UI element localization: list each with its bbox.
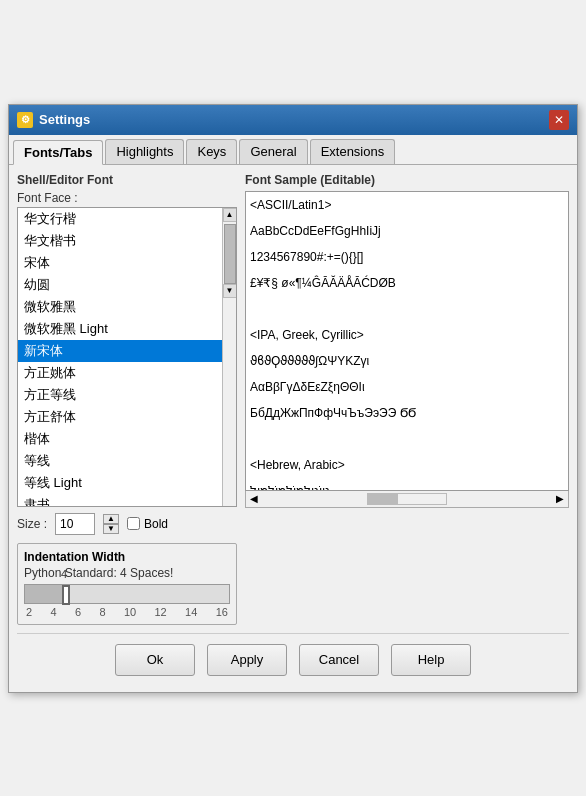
font-list-container[interactable]: 华文行楷华文楷书宋体幼圆微软雅黑微软雅黑 Light新宋体方正姚体方正等线方正舒… <box>17 207 237 507</box>
slider-tick: 2 <box>26 606 32 618</box>
close-button[interactable]: ✕ <box>549 110 569 130</box>
font-list-item[interactable]: 华文楷书 <box>18 230 236 252</box>
font-list-item[interactable]: 新宋体 <box>18 340 236 362</box>
indentation-section: Indentation Width Python Standard: 4 Spa… <box>17 543 237 625</box>
sample-scrollbar: ◀ ▶ <box>245 491 569 508</box>
sample-text-line: БбДдЖжПпФфЧчЪъЭэЭЭ ϬϬ <box>250 404 564 422</box>
tab-bar: Fonts/Tabs Highlights Keys General Exten… <box>9 135 577 165</box>
help-button[interactable]: Help <box>391 644 471 676</box>
font-list-item[interactable]: 等线 <box>18 450 236 472</box>
size-input[interactable] <box>55 513 95 535</box>
tab-extensions[interactable]: Extensions <box>310 139 396 164</box>
sample-text-line: <ASCII/Latin1> <box>250 196 564 214</box>
sample-text-line: ϑϐϑϘϑϑϑϑϑ∫ΩΨΥΚΖγι <box>250 352 564 370</box>
sample-text-line: <Hebrew, Arabic> <box>250 456 564 474</box>
tab-fonts-tabs[interactable]: Fonts/Tabs <box>13 140 103 165</box>
slider-tick: 8 <box>99 606 105 618</box>
scroll-left-btn[interactable]: ◀ <box>250 493 258 504</box>
bold-checkbox[interactable] <box>127 517 140 530</box>
scroll-thumb[interactable] <box>224 224 236 284</box>
settings-window: ⚙ Settings ✕ Fonts/Tabs Highlights Keys … <box>8 104 578 693</box>
size-decrement-button[interactable]: ▼ <box>103 524 119 534</box>
slider-thumb[interactable] <box>62 585 70 605</box>
slider-ticks: 246810121416 <box>24 606 230 618</box>
bold-checkbox-row: Bold <box>127 517 168 531</box>
sample-text-line <box>250 430 564 448</box>
tab-keys[interactable]: Keys <box>186 139 237 164</box>
font-list-item[interactable]: 楷体 <box>18 428 236 450</box>
cancel-button[interactable]: Cancel <box>299 644 379 676</box>
apply-button[interactable]: Apply <box>207 644 287 676</box>
slider-tick: 12 <box>154 606 166 618</box>
bold-label: Bold <box>144 517 168 531</box>
size-increment-button[interactable]: ▲ <box>103 514 119 524</box>
font-face-label: Font Face : <box>17 191 237 205</box>
size-spinners: ▲ ▼ <box>103 514 119 534</box>
font-list-scrollbar[interactable]: ▲ ▼ <box>222 208 236 506</box>
sample-text-line: נוּוֹנוּלֹמוֹלֹמוֹלֹמוּלֹ <box>250 482 564 491</box>
panels-container: Shell/Editor Font Font Face : 华文行楷华文楷书宋体… <box>17 173 569 625</box>
scroll-up-button[interactable]: ▲ <box>223 208 237 222</box>
sample-text-line: 1234567890#:+=(){}[] <box>250 248 564 266</box>
sample-text-line: ΑαΒβΓγΔδΕεΖξηΘΘΙι <box>250 378 564 396</box>
font-list-item[interactable]: 宋体 <box>18 252 236 274</box>
font-list-item[interactable]: 微软雅黑 <box>18 296 236 318</box>
slider-tick: 10 <box>124 606 136 618</box>
slider-container: 4 <box>24 584 230 604</box>
slider-tick: 16 <box>216 606 228 618</box>
sample-text-line <box>250 300 564 318</box>
sample-text-line: £¥₹§ ø«¶¼ĜĀĂÄÅĀĆDØB <box>250 274 564 292</box>
font-list: 华文行楷华文楷书宋体幼圆微软雅黑微软雅黑 Light新宋体方正姚体方正等线方正舒… <box>18 208 236 507</box>
slider-track[interactable] <box>24 584 230 604</box>
font-list-item[interactable]: 方正姚体 <box>18 362 236 384</box>
scroll-right-btn[interactable]: ▶ <box>556 493 564 504</box>
indentation-title: Indentation Width <box>24 550 230 564</box>
tab-general[interactable]: General <box>239 139 307 164</box>
scroll-down-button[interactable]: ▼ <box>223 284 237 298</box>
slider-fill <box>25 585 66 603</box>
main-content: Shell/Editor Font Font Face : 华文行楷华文楷书宋体… <box>9 165 577 692</box>
window-icon: ⚙ <box>17 112 33 128</box>
shell-editor-font-title: Shell/Editor Font <box>17 173 237 187</box>
font-list-item[interactable]: 微软雅黑 Light <box>18 318 236 340</box>
font-list-item[interactable]: 幼圆 <box>18 274 236 296</box>
size-label: Size : <box>17 517 47 531</box>
horiz-scroll-thumb <box>368 494 398 504</box>
window-title: Settings <box>39 112 90 127</box>
sample-text-line: AaBbCcDdEeFfGgHhIiJj <box>250 222 564 240</box>
slider-value: 4 <box>61 568 67 580</box>
ok-button[interactable]: Ok <box>115 644 195 676</box>
font-sample-box[interactable]: <ASCII/Latin1>AaBbCcDdEeFfGgHhIiJj123456… <box>245 191 569 491</box>
tab-highlights[interactable]: Highlights <box>105 139 184 164</box>
sample-text-line: <IPA, Greek, Cyrillic> <box>250 326 564 344</box>
font-list-item[interactable]: 华文行楷 <box>18 208 236 230</box>
font-sample-title: Font Sample (Editable) <box>245 173 569 187</box>
title-bar-left: ⚙ Settings <box>17 112 90 128</box>
font-list-item[interactable]: 方正舒体 <box>18 406 236 428</box>
size-row: Size : ▲ ▼ Bold <box>17 513 237 535</box>
slider-tick: 6 <box>75 606 81 618</box>
python-standard-label: Python Standard: 4 Spaces! <box>24 566 230 580</box>
right-panel: Font Sample (Editable) <ASCII/Latin1>AaB… <box>245 173 569 625</box>
horiz-scroll-track[interactable] <box>367 493 447 505</box>
title-bar: ⚙ Settings ✕ <box>9 105 577 135</box>
slider-tick: 4 <box>50 606 56 618</box>
slider-tick: 14 <box>185 606 197 618</box>
font-list-item[interactable]: 等线 Light <box>18 472 236 494</box>
font-list-item[interactable]: 方正等线 <box>18 384 236 406</box>
bottom-buttons: Ok Apply Cancel Help <box>17 633 569 684</box>
font-list-item[interactable]: 隶书 <box>18 494 236 507</box>
left-panel: Shell/Editor Font Font Face : 华文行楷华文楷书宋体… <box>17 173 237 625</box>
